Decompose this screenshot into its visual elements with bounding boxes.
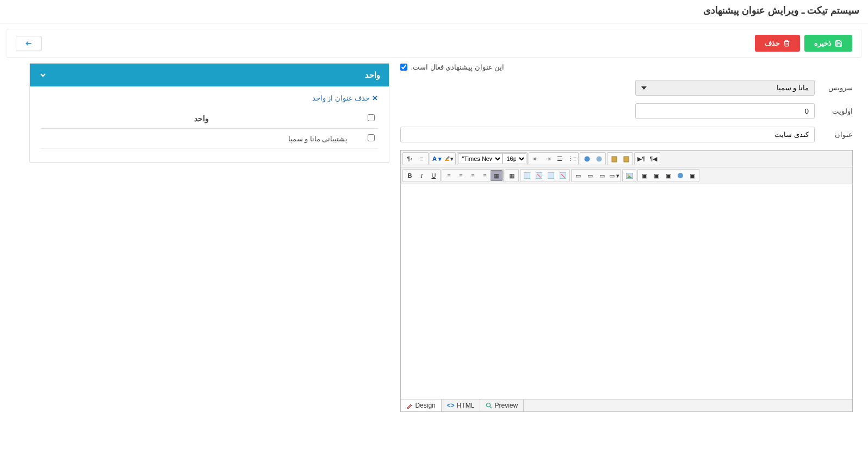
insert-col-icon[interactable] (545, 170, 557, 181)
code-icon: <> (447, 402, 455, 409)
svg-rect-5 (624, 157, 629, 162)
unit-row-checkbox[interactable] (368, 134, 375, 141)
underline-icon[interactable]: U (427, 170, 439, 181)
unit-panel: واحد ✕ حذف عنوان از واحد واحد (29, 63, 389, 163)
editor-content-area[interactable] (401, 184, 852, 399)
cell2-icon[interactable]: ▭ (584, 170, 596, 181)
image-right-icon[interactable]: ▣ (650, 170, 662, 181)
rich-text-editor: ¶‹ ≡ A ▾ ▾ "Times New ... 16px ⇤ ⇥ ☰ ⋮≡ (400, 150, 853, 412)
magnify-icon (486, 402, 492, 409)
back-button[interactable] (16, 36, 42, 51)
unit-table-header: واحد (41, 109, 378, 129)
unit-column-header: واحد (44, 114, 358, 123)
rtl-icon[interactable]: ¶◀ (647, 153, 659, 164)
chevron-down-icon (39, 71, 47, 79)
delete-row-icon[interactable] (533, 170, 545, 181)
format-icon[interactable]: ≡ (416, 153, 427, 164)
action-toolbar: ذخیره حذف (7, 29, 861, 58)
cell1-icon[interactable]: ▭ (572, 170, 584, 181)
close-icon: ✕ (372, 94, 378, 102)
trash-icon (783, 40, 790, 47)
pencil-icon (406, 402, 413, 409)
svg-rect-4 (612, 157, 617, 162)
svg-line-16 (490, 407, 492, 408)
paragraph-rtl-icon[interactable]: ¶‹ (404, 153, 416, 164)
svg-point-3 (596, 156, 602, 161)
font-family-select[interactable]: "Times New ... (458, 153, 503, 164)
align-right-icon[interactable]: ≡ (467, 170, 479, 181)
cell4-icon[interactable]: ▭ ▾ (608, 170, 620, 181)
svg-point-13 (627, 174, 629, 176)
image-none-icon[interactable]: ▣ (662, 170, 674, 181)
svg-rect-9 (548, 172, 554, 179)
editor-mode-tabs: Design <> HTML Preview (401, 399, 852, 411)
save-icon (835, 40, 842, 47)
align-center-icon[interactable]: ≡ (455, 170, 467, 181)
service-select[interactable]: مانا و سمپا (635, 80, 815, 96)
arrow-left-icon (24, 40, 34, 47)
service-label: سرویس (815, 84, 853, 92)
indent-icon[interactable]: ⇥ (542, 153, 554, 164)
unit-select-all-checkbox[interactable] (368, 114, 375, 121)
editor-toolbar-row2: B I U ≡ ≡ ≡ ≡ ▦ ▦ (401, 167, 852, 184)
table-row: پشتیبانی مانا و سمپا (41, 129, 378, 149)
delete-col-icon[interactable] (557, 170, 569, 181)
active-checkbox[interactable] (400, 64, 407, 71)
align-justify-icon[interactable]: ≡ (479, 170, 491, 181)
svg-point-2 (584, 156, 590, 161)
delete-button[interactable]: حذف (755, 35, 800, 52)
tab-design[interactable]: Design (401, 399, 441, 411)
svg-rect-6 (524, 172, 530, 179)
image-browse-icon[interactable] (674, 170, 686, 181)
italic-icon[interactable]: I (416, 170, 427, 181)
save-button-label: ذخیره (814, 39, 832, 47)
priority-input[interactable] (635, 103, 815, 119)
outdent-icon[interactable]: ⇤ (530, 153, 542, 164)
align-none-icon[interactable]: ▦ (491, 170, 503, 181)
image-edit-icon[interactable]: ▣ (686, 170, 698, 181)
active-checkbox-label: این عنوان پیشنهادی فعال است. (411, 63, 504, 71)
title-label: عنوان (815, 130, 853, 139)
image-icon[interactable] (623, 170, 635, 181)
unordered-list-icon[interactable]: ⋮≡ (566, 153, 578, 164)
bold-icon[interactable]: B (404, 170, 416, 181)
remove-title-from-unit-link[interactable]: ✕ حذف عنوان از واحد (312, 94, 379, 102)
save-button[interactable]: ذخیره (804, 35, 852, 52)
cell3-icon[interactable]: ▭ (596, 170, 608, 181)
unit-row-name: پشتیبانی مانا و سمپا (44, 135, 358, 143)
svg-point-15 (487, 403, 491, 407)
svg-rect-1 (445, 160, 449, 161)
delete-button-label: حذف (765, 39, 780, 47)
header-divider (0, 23, 868, 23)
page-title: سیستم تیکت ـ ویرایش عنوان پیشنهادی (0, 0, 868, 23)
paste-word-icon[interactable] (620, 153, 632, 164)
tab-html-label: HTML (457, 402, 475, 409)
highlight-icon[interactable]: ▾ (443, 153, 455, 164)
table-icon[interactable]: ▦ (506, 170, 518, 181)
unlink-icon[interactable] (593, 153, 605, 164)
unit-panel-title: واحد (365, 70, 380, 80)
priority-label: اولویت (815, 107, 853, 115)
tab-design-label: Design (415, 402, 435, 409)
tab-preview-label: Preview (494, 402, 518, 409)
tab-preview[interactable]: Preview (480, 399, 524, 411)
insert-row-icon[interactable] (521, 170, 533, 181)
ltr-icon[interactable]: ▶¶ (635, 153, 647, 164)
tab-html[interactable]: <> HTML (442, 399, 481, 411)
font-size-select[interactable]: 16px (503, 153, 526, 164)
unit-panel-header[interactable]: واحد (30, 64, 389, 86)
paste-icon[interactable] (608, 153, 620, 164)
image-left-icon[interactable]: ▣ (638, 170, 650, 181)
remove-link-label: حذف عنوان از واحد (312, 94, 370, 102)
svg-point-14 (678, 173, 683, 178)
title-input[interactable] (400, 127, 815, 142)
link-icon[interactable] (581, 153, 593, 164)
align-left-icon[interactable]: ≡ (443, 170, 455, 181)
ordered-list-icon[interactable]: ☰ (554, 153, 566, 164)
font-color-icon[interactable]: A ▾ (431, 153, 443, 164)
editor-toolbar-row1: ¶‹ ≡ A ▾ ▾ "Times New ... 16px ⇤ ⇥ ☰ ⋮≡ (401, 151, 852, 167)
